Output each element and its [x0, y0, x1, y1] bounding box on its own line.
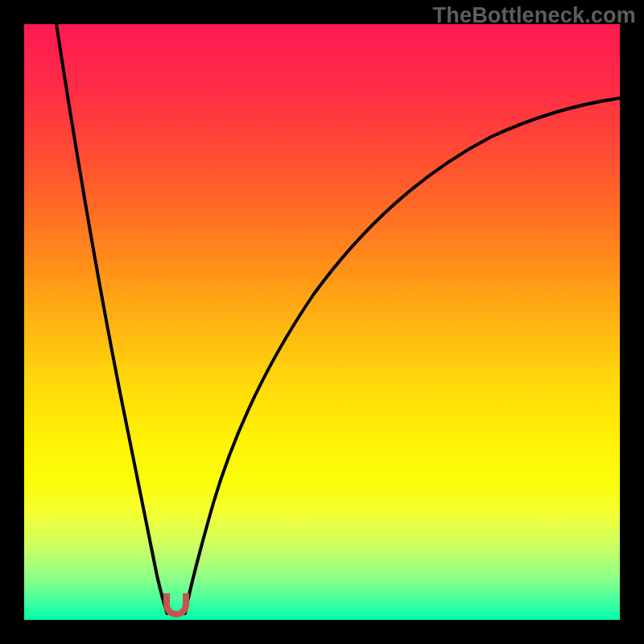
left-branch-curve	[56, 24, 167, 613]
bottleneck-curves	[24, 24, 620, 620]
attribution-text: TheBottleneck.com	[433, 3, 636, 28]
plot-area	[24, 24, 620, 620]
figure-frame: TheBottleneck.com	[0, 0, 644, 644]
right-branch-curve	[185, 98, 620, 613]
